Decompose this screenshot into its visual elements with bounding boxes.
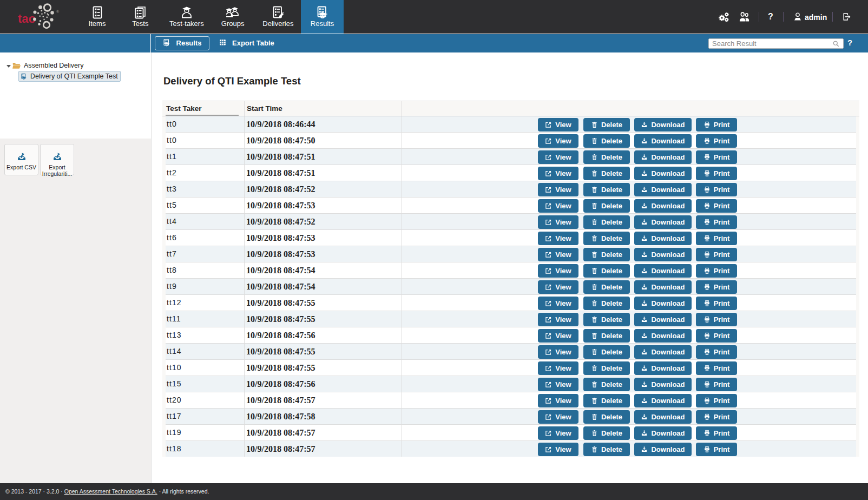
svg-text:®: ® — [56, 10, 60, 14]
svg-text:tao: tao — [18, 12, 36, 25]
